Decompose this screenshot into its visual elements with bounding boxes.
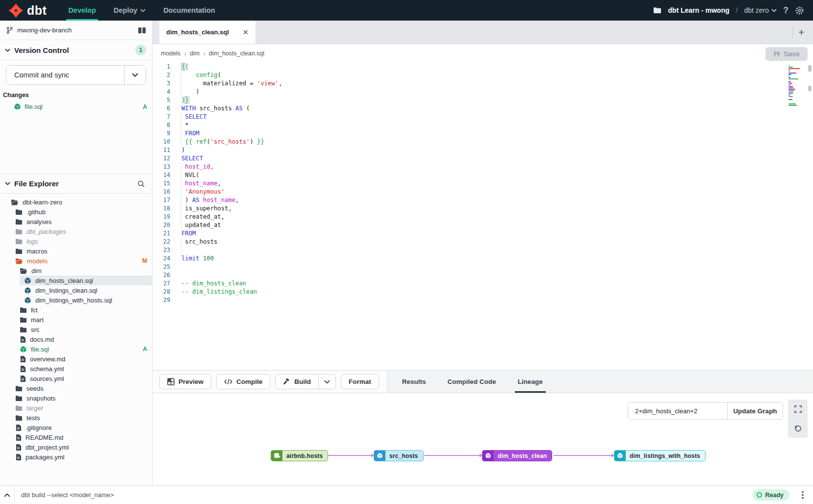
save-button[interactable]: Save bbox=[765, 47, 808, 61]
lineage-selector-input[interactable] bbox=[628, 403, 728, 419]
tree-item-schema-yml[interactable]: schema.yml bbox=[0, 364, 152, 374]
minimap[interactable] bbox=[788, 65, 803, 108]
editor-scrollbar[interactable] bbox=[808, 63, 812, 369]
tab-compiled-code[interactable]: Compiled Code bbox=[437, 371, 507, 393]
close-icon[interactable]: ✕ bbox=[242, 28, 249, 37]
tree-item-sources-yml[interactable]: sources.yml bbox=[0, 374, 152, 383]
chevron-down-icon bbox=[132, 73, 138, 77]
breadcrumb-dim[interactable]: dim bbox=[190, 50, 200, 57]
tree-item-models[interactable]: modelsM bbox=[0, 256, 152, 266]
breadcrumb-file[interactable]: dim_hosts_clean.sql bbox=[209, 50, 264, 57]
folder-icon bbox=[15, 248, 23, 254]
tree-item--gitignore[interactable]: .gitignore bbox=[0, 423, 152, 432]
lineage-node-airbnb-hosts[interactable]: airbnb.hosts bbox=[271, 450, 328, 461]
file-explorer-header[interactable]: File Explorer bbox=[0, 174, 152, 194]
tree-item-dim[interactable]: dim bbox=[0, 266, 152, 276]
file-icon bbox=[20, 336, 26, 343]
scrollbar-thumb[interactable] bbox=[808, 65, 812, 72]
code-line-23: 23 bbox=[152, 246, 813, 254]
nav-develop[interactable]: Develop bbox=[59, 0, 104, 21]
tree-item-target[interactable]: target bbox=[0, 403, 152, 413]
folder-open-icon bbox=[15, 258, 23, 264]
file-icon bbox=[20, 365, 26, 373]
nav-deploy[interactable]: Deploy bbox=[105, 0, 154, 21]
changed-file-row[interactable]: file.sql A bbox=[0, 101, 152, 113]
code-line-16: 16 'Anonymous' bbox=[152, 188, 813, 196]
format-button[interactable]: Format bbox=[341, 374, 379, 389]
tree-item-dbt-learn-zero[interactable]: dbt-learn-zero bbox=[0, 197, 152, 207]
commit-options-chevron[interactable] bbox=[124, 66, 146, 84]
tree-item-logs[interactable]: logs bbox=[0, 236, 152, 246]
node-type-icon bbox=[374, 451, 385, 461]
model-cube-icon bbox=[14, 103, 21, 110]
compile-button[interactable]: Compile bbox=[216, 374, 270, 389]
tree-item-docs-md[interactable]: docs.md bbox=[0, 334, 152, 344]
tree-item-mart[interactable]: mart bbox=[0, 315, 152, 325]
gear-icon[interactable] bbox=[795, 6, 804, 15]
nav-documentation[interactable]: Documentation bbox=[154, 0, 224, 21]
tree-item-dim-listings-with-hosts-sql[interactable]: dim_listings_with_hosts.sql bbox=[0, 295, 152, 305]
tree-item-dim-hosts-clean-sql[interactable]: dim_hosts_clean.sql bbox=[0, 276, 152, 285]
command-input[interactable]: dbt build --select <model_name> bbox=[15, 491, 753, 499]
reset-view-icon[interactable] bbox=[788, 419, 808, 438]
help-icon[interactable]: ? bbox=[783, 5, 788, 16]
editor-tab[interactable]: dim_hosts_clean.sql ✕ bbox=[159, 21, 255, 44]
tree-item-label: dbt_packages bbox=[26, 228, 66, 235]
dbt-logo[interactable]: dbt bbox=[0, 0, 59, 21]
code-line-9: 9 FROM bbox=[152, 129, 813, 138]
tree-item-tests[interactable]: tests bbox=[0, 413, 152, 423]
tree-item-src[interactable]: src bbox=[0, 325, 152, 334]
tree-item-fct[interactable]: fct bbox=[0, 305, 152, 315]
version-control-header[interactable]: Version Control 1 bbox=[0, 40, 152, 60]
code-line-14: 14 NVL( bbox=[152, 171, 813, 179]
build-options-chevron[interactable] bbox=[318, 374, 336, 389]
code-icon bbox=[224, 378, 232, 385]
fullscreen-icon[interactable] bbox=[788, 400, 808, 419]
environment-select[interactable]: dbt zero bbox=[744, 6, 777, 14]
lineage-node-dim-listings-with-hosts[interactable]: dim_listings_with_hosts bbox=[614, 450, 706, 461]
tree-item-analyses[interactable]: analyses bbox=[0, 217, 152, 227]
lineage-node-dim-hosts-clean[interactable]: dim_hosts_clean bbox=[482, 450, 552, 461]
tree-item-label: dbt-learn-zero bbox=[23, 199, 62, 206]
kebab-menu-icon[interactable] bbox=[796, 491, 809, 499]
tree-item-packages-yml[interactable]: packages.yml bbox=[0, 452, 152, 462]
tree-item-label: mart bbox=[31, 316, 44, 324]
tree-item-dim-listings-clean-sql[interactable]: dim_listings_clean.sql bbox=[0, 285, 152, 295]
tab-lineage[interactable]: Lineage bbox=[507, 371, 554, 393]
lineage-panel: Update Graph airbnb.hostssrc_hostsdim_ho… bbox=[152, 393, 813, 485]
code-line-17: 17 ) AS host_name, bbox=[152, 196, 813, 204]
git-status-badge: A bbox=[143, 346, 147, 353]
tree-item-dbt-packages[interactable]: dbt_packages bbox=[0, 227, 152, 236]
lineage-edge bbox=[327, 455, 374, 456]
lineage-node-src-hosts[interactable]: src_hosts bbox=[374, 450, 424, 461]
line-number: 10 bbox=[152, 138, 170, 146]
breadcrumb-models[interactable]: models bbox=[161, 50, 180, 57]
tree-item-file-sql[interactable]: file.sqlA bbox=[0, 344, 152, 354]
changes-label: Changes bbox=[0, 88, 152, 101]
file-icon bbox=[20, 375, 26, 382]
build-button[interactable]: Build bbox=[275, 374, 319, 389]
tree-item-readme-md[interactable]: README.md bbox=[0, 432, 152, 442]
scrollbar-thumb[interactable] bbox=[808, 86, 812, 91]
node-type-icon bbox=[614, 451, 626, 461]
update-graph-button[interactable]: Update Graph bbox=[728, 403, 783, 419]
tree-item-snapshots[interactable]: snapshots bbox=[0, 393, 152, 403]
git-branch-row[interactable]: mwong-dev-branch bbox=[0, 21, 152, 40]
tree-item-overview-md[interactable]: overview.md bbox=[0, 354, 152, 364]
model-cube-icon bbox=[617, 453, 623, 459]
search-icon[interactable] bbox=[137, 180, 145, 188]
project-name[interactable]: dbt Learn - mwong bbox=[668, 6, 729, 14]
chevron-down-icon bbox=[5, 49, 10, 52]
tree-item-dbt-project-yml[interactable]: dbt_project.yml bbox=[0, 442, 152, 452]
chevron-up-icon[interactable] bbox=[0, 486, 15, 504]
preview-button[interactable]: Preview bbox=[159, 374, 211, 389]
tree-item-seeds[interactable]: seeds bbox=[0, 383, 152, 393]
docs-panels-icon[interactable] bbox=[138, 27, 146, 34]
tab-results[interactable]: Results bbox=[391, 371, 437, 393]
tree-item--github[interactable]: .github bbox=[0, 207, 152, 217]
new-tab-button[interactable]: + bbox=[792, 25, 810, 39]
commit-and-sync-button[interactable]: Commit and sync bbox=[6, 65, 146, 85]
code-editor[interactable]: 1{{2 config(3 materialized = 'view',4 )5… bbox=[152, 62, 813, 370]
tree-item-label: sources.yml bbox=[30, 375, 64, 382]
tree-item-macros[interactable]: macros bbox=[0, 246, 152, 256]
